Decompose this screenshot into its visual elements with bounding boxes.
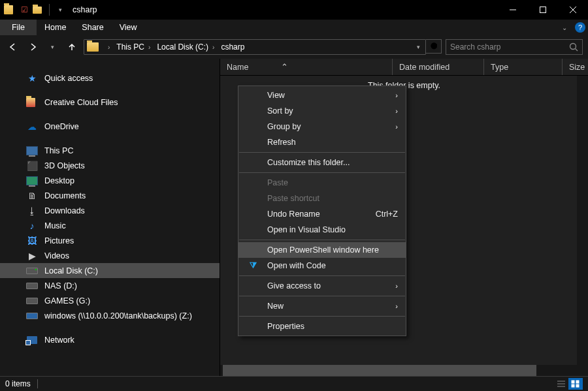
sidebar-item-music[interactable]: ♪Music [0, 218, 220, 233]
drive-icon [26, 265, 38, 277]
menu-group[interactable]: Group by› [238, 119, 406, 134]
menu-give-access[interactable]: Give access to› [238, 278, 406, 294]
view-icons-button[interactable] [568, 378, 583, 390]
menu-separator [239, 172, 405, 173]
drive-icon [26, 280, 38, 292]
chevron-right-icon: › [395, 91, 398, 99]
minimize-button[interactable] [498, 0, 528, 20]
crumb-local[interactable]: Local Disk (C:)› [157, 42, 218, 52]
column-date[interactable]: Date modified [392, 59, 483, 75]
search-icon [569, 42, 578, 52]
pictures-icon: 🖼 [26, 235, 38, 247]
menu-view[interactable]: View› [238, 87, 406, 103]
sidebar-item-backups[interactable]: windows (\\10.0.0.200\tank\backups) (Z:) [0, 308, 220, 323]
horizontal-scrollbar[interactable] [220, 365, 588, 376]
address-dropdown-icon[interactable]: ▾ [414, 44, 423, 50]
objects-icon: ⬛ [26, 160, 38, 172]
crumb-thispc[interactable]: This PC› [116, 42, 154, 52]
navigation-pane: ★Quick access Creative Cloud Files ☁OneD… [0, 59, 220, 376]
status-item-count: 0 items [5, 379, 31, 388]
menu-customize[interactable]: Customize this folder... [238, 155, 406, 170]
svg-rect-1 [540, 7, 546, 13]
help-icon[interactable]: ? [572, 20, 588, 35]
sidebar-item-quickaccess[interactable]: ★Quick access [0, 70, 220, 86]
netdrive-icon [26, 310, 38, 322]
menu-sort[interactable]: Sort by› [238, 103, 406, 119]
search-placeholder: Search csharp [450, 42, 569, 52]
menu-undo[interactable]: Undo RenameCtrl+Z [238, 206, 406, 222]
sidebar-item-thispc[interactable]: This PC [0, 143, 220, 158]
documents-icon: 🗎 [26, 190, 38, 202]
title-bar: ☑ ▾ csharp [0, 0, 588, 20]
menu-separator [239, 275, 405, 276]
sidebar-item-nas[interactable]: NAS (D:) [0, 278, 220, 293]
cc-icon [26, 97, 38, 108]
address-row: ▾ › This PC› Local Disk (C:)› csharp ▾ S… [0, 35, 588, 59]
back-button[interactable] [5, 39, 21, 55]
sidebar-item-creativecloud[interactable]: Creative Cloud Files [0, 95, 220, 110]
close-button[interactable] [558, 0, 588, 20]
sidebar-item-documents[interactable]: 🗎Documents [0, 188, 220, 203]
crumb-csharp[interactable]: csharp [221, 42, 244, 52]
column-size[interactable]: Size [562, 59, 588, 75]
vscode-icon: ⧩ [248, 260, 258, 271]
sidebar-item-localdisk[interactable]: Local Disk (C:) [0, 263, 220, 278]
menu-open-code[interactable]: ⧩Open with Code [238, 258, 406, 274]
sidebar-item-network[interactable]: Network [0, 332, 220, 347]
svg-rect-10 [576, 381, 579, 383]
sidebar-item-onedrive[interactable]: ☁OneDrive [0, 119, 220, 134]
svg-rect-11 [572, 384, 574, 387]
downloads-icon: ⭳ [26, 205, 38, 217]
chevron-right-icon: › [395, 302, 398, 310]
menu-separator [239, 240, 405, 240]
svg-rect-12 [576, 384, 579, 387]
search-input[interactable]: Search csharp [446, 39, 583, 55]
star-icon: ★ [26, 72, 38, 84]
menu-paste: Paste [238, 175, 406, 191]
menu-separator [239, 316, 405, 317]
column-type[interactable]: Type [483, 59, 562, 75]
sidebar-item-3dobjects[interactable]: ⬛3D Objects [0, 158, 220, 173]
ribbon: File Home Share View ⌄ ? [0, 20, 588, 35]
menu-open-powershell[interactable]: Open PowerShell window here [238, 242, 406, 258]
status-bar: 0 items [0, 376, 588, 391]
menu-new[interactable]: New› [238, 298, 406, 314]
sidebar-item-pictures[interactable]: 🖼Pictures [0, 233, 220, 248]
tab-view[interactable]: View [112, 20, 145, 35]
qa-customize-icon[interactable]: ▾ [54, 4, 66, 16]
vertical-scrollbar[interactable] [577, 76, 588, 365]
view-details-button[interactable] [554, 378, 568, 390]
cloud-icon: ☁ [26, 121, 38, 133]
drive-icon [26, 295, 38, 307]
recent-locations-icon[interactable]: ▾ [44, 39, 60, 55]
menu-refresh[interactable]: Refresh [238, 134, 406, 150]
tab-share[interactable]: Share [74, 20, 111, 35]
tab-home[interactable]: Home [37, 20, 74, 35]
sidebar-item-desktop[interactable]: Desktop [0, 173, 220, 188]
ribbon-collapse-icon[interactable]: ⌄ [557, 20, 572, 35]
path-folder-icon [87, 42, 99, 52]
up-button[interactable] [64, 39, 80, 55]
svg-line-5 [576, 49, 578, 52]
folder-icon [4, 4, 16, 16]
videos-icon: ▶ [26, 250, 38, 262]
refresh-button[interactable] [426, 39, 442, 54]
menu-properties[interactable]: Properties [238, 319, 406, 334]
desktop-icon [26, 175, 38, 187]
menu-open-visualstudio[interactable]: Open in Visual Studio [238, 222, 406, 238]
sidebar-item-games[interactable]: GAMES (G:) [0, 293, 220, 308]
address-bar[interactable]: › This PC› Local Disk (C:)› csharp ▾ [84, 39, 426, 55]
sidebar-item-videos[interactable]: ▶Videos [0, 248, 220, 263]
chevron-right-icon: › [395, 282, 398, 290]
forward-button[interactable] [25, 39, 41, 55]
qa-newfolder-icon[interactable] [33, 4, 44, 16]
scrollbar-thumb[interactable] [223, 365, 536, 376]
column-name[interactable]: Name⌃ [220, 59, 392, 75]
file-tab[interactable]: File [0, 20, 37, 35]
pc-icon [26, 145, 38, 157]
maximize-button[interactable] [528, 0, 558, 20]
network-icon [26, 334, 38, 346]
sidebar-item-downloads[interactable]: ⭳Downloads [0, 203, 220, 218]
menu-paste-shortcut: Paste shortcut [238, 191, 406, 206]
qa-properties-icon[interactable]: ☑ [18, 4, 30, 16]
